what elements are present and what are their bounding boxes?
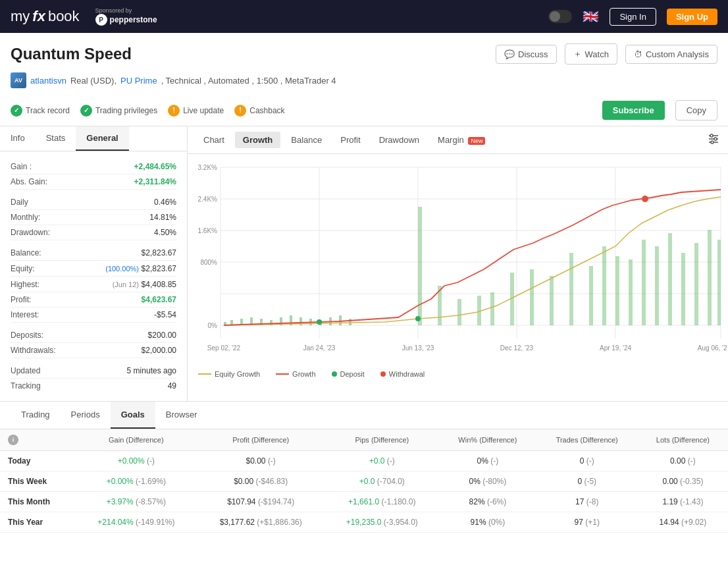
copy-button[interactable]: Copy xyxy=(675,100,717,121)
win-diff: (-80%) xyxy=(482,477,506,486)
svg-text:0%: 0% xyxy=(208,322,218,329)
pips-diff: (-704.0) xyxy=(377,477,405,486)
stat-profit: Profit: $4,623.67 xyxy=(11,292,176,308)
drawdown-value: 4.50% xyxy=(154,228,176,237)
stat-equity: Equity: (100.00%) $2,823.67 xyxy=(11,261,176,277)
account-details: , Technical , Automated , 1:500 , MetaTr… xyxy=(161,76,336,86)
chart-tab-profit[interactable]: Profit xyxy=(332,132,368,148)
tab-info[interactable]: Info xyxy=(0,126,36,151)
gain-diff: (-8.57%) xyxy=(136,497,166,506)
svg-rect-56 xyxy=(717,240,721,325)
pips-cell: +19,235.0 (-3,954.0) xyxy=(325,512,439,533)
win-pct-value: 0% xyxy=(477,456,488,466)
broker-link[interactable]: PU Prime xyxy=(120,76,157,86)
chart-tab-chart[interactable]: Chart xyxy=(195,132,232,148)
stat-highest: Highest: (Jun 12) $4,408.85 xyxy=(11,277,176,292)
bottom-tab-periods[interactable]: Periods xyxy=(61,402,111,429)
pips-diff: (-3,954.0) xyxy=(384,518,418,527)
tab-general[interactable]: General xyxy=(76,126,128,151)
stat-interest: Interest: -$5.54 xyxy=(11,308,176,323)
equity-growth-line xyxy=(198,373,211,375)
interest-value: -$5.54 xyxy=(154,310,176,319)
svg-rect-36 xyxy=(349,319,351,325)
tracking-label: Tracking xyxy=(11,381,168,390)
withdrawals-value: $2,000.00 xyxy=(142,346,176,355)
lots-diff: (-1.43) xyxy=(680,497,703,506)
equity-pct: (100.00%) xyxy=(105,265,139,273)
svg-rect-43 xyxy=(530,269,534,325)
track-record-label: Track record xyxy=(26,106,70,115)
logo-book: book xyxy=(48,8,80,25)
profit-value: $3,177.62 xyxy=(220,518,255,527)
stat-gain: Gain : +2,484.65% xyxy=(11,159,176,175)
stat-updated: Updated 5 minutes ago xyxy=(11,363,176,379)
svg-point-57 xyxy=(642,196,648,202)
subscribe-button[interactable]: Subscribe xyxy=(602,101,665,120)
period-label: This Year xyxy=(0,512,76,533)
watch-button[interactable]: ＋ Watch xyxy=(565,43,617,65)
profit-label: Profit: xyxy=(11,295,142,304)
svg-rect-54 xyxy=(694,243,698,325)
lots-diff: (-0.35) xyxy=(680,477,703,486)
language-flag[interactable]: 🇬🇧 xyxy=(583,9,599,24)
chart-tab-margin[interactable]: Margin New xyxy=(430,132,493,148)
gain-cell: +214.04% (-149.91%) xyxy=(76,512,197,533)
updated-value: 5 minutes ago xyxy=(127,366,176,375)
trades-diff: (+1) xyxy=(585,518,600,527)
info-icon[interactable]: i xyxy=(8,435,18,445)
lots-cell: 0.00 (-0.35) xyxy=(638,471,728,492)
svg-rect-40 xyxy=(477,296,481,325)
svg-rect-37 xyxy=(418,207,422,325)
svg-rect-45 xyxy=(569,253,573,325)
chart-tab-balance[interactable]: Balance xyxy=(283,132,330,148)
svg-rect-44 xyxy=(550,276,554,325)
highest-note: (Jun 12) xyxy=(113,281,139,288)
tab-stats[interactable]: Stats xyxy=(36,126,76,151)
win-pct-cell: 0% (-) xyxy=(439,451,536,471)
username-link[interactable]: atlantisvn xyxy=(30,76,66,86)
theme-toggle[interactable] xyxy=(548,10,572,23)
trades-diff: (-8) xyxy=(586,497,599,506)
bottom-tab-trading[interactable]: Trading xyxy=(11,402,61,429)
stat-tracking: Tracking 49 xyxy=(11,379,176,393)
chart-tab-growth[interactable]: Growth xyxy=(235,132,281,148)
lots-diff: (-) xyxy=(688,456,696,466)
logo-my: my xyxy=(11,8,30,25)
profit-value: $107.94 xyxy=(227,497,255,506)
win-pct-value: 82% xyxy=(469,497,485,506)
pips-value: +1,661.0 xyxy=(348,497,379,506)
profit-cell: $3,177.62 (+$1,886.36) xyxy=(197,512,325,533)
profit-cell: $0.00 (-$46.83) xyxy=(197,471,325,492)
svg-rect-51 xyxy=(655,246,659,325)
lots-value: 0.00 xyxy=(662,477,677,486)
svg-text:2.4K%: 2.4K% xyxy=(198,196,218,203)
profit-diff: (-) xyxy=(268,456,276,466)
signin-button[interactable]: Sign In xyxy=(610,8,656,26)
discuss-button[interactable]: 💬 Discuss xyxy=(496,45,557,64)
svg-text:Jun 13, '23: Jun 13, '23 xyxy=(402,344,434,352)
bottom-tab-goals[interactable]: Goals xyxy=(111,402,155,429)
pepperstone-icon: P xyxy=(95,14,107,26)
lots-value: 1.19 xyxy=(662,497,677,506)
withdrawals-label: Withdrawals: xyxy=(11,346,142,355)
trades-value: 0 xyxy=(580,456,585,466)
svg-rect-48 xyxy=(615,256,619,325)
main-layout: Info Stats General Gain : +2,484.65% Abs… xyxy=(0,126,728,401)
signup-button[interactable]: Sign Up xyxy=(667,9,717,25)
lots-cell: 0.00 (-) xyxy=(638,451,728,471)
custom-analysis-button[interactable]: ⏱ Custom Analysis xyxy=(625,45,717,64)
chart-settings-icon[interactable] xyxy=(707,132,720,148)
chart-tab-drawdown[interactable]: Drawdown xyxy=(371,132,427,148)
svg-text:Aug 06, '24: Aug 06, '24 xyxy=(698,344,727,352)
svg-text:Jan 24, '23: Jan 24, '23 xyxy=(303,344,336,352)
profit-cell: $107.94 (-$194.74) xyxy=(197,492,325,512)
equity-growth-label: Equity Growth xyxy=(215,370,260,378)
abs-gain-value: +2,311.84% xyxy=(134,177,176,186)
toggle-circle xyxy=(550,11,560,22)
header: myfxbook Sponsored by P pepperstone 🇬🇧 S… xyxy=(0,0,728,33)
gain-value: +214.04% xyxy=(97,518,133,527)
balance-label: Balance: xyxy=(11,248,142,257)
title-bar: Quantum Speed 💬 Discuss ＋ Watch ⏱ Custom… xyxy=(0,33,728,70)
bottom-tab-browser[interactable]: Browser xyxy=(155,402,208,429)
profit-diff: (-$194.74) xyxy=(258,497,294,506)
